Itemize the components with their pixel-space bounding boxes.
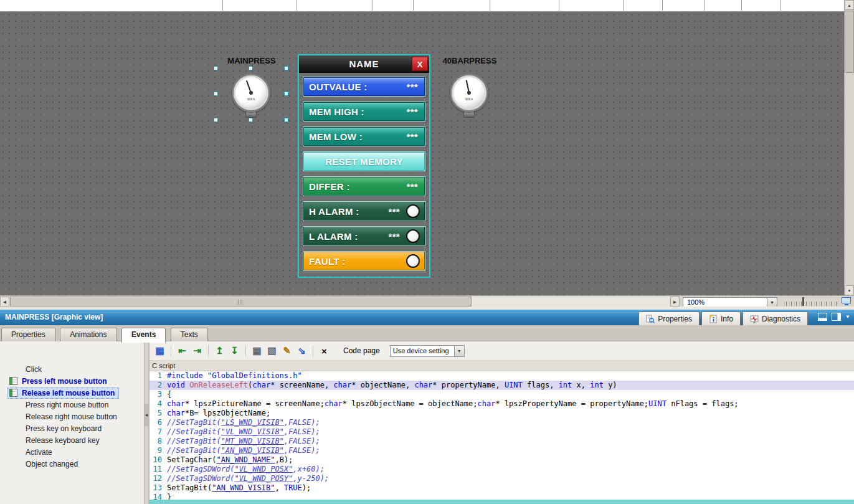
canvas-horizontal-scrollbar[interactable]: ◀ ▶ 100% ▼ bbox=[0, 295, 854, 307]
scroll-up-icon[interactable]: ▲ bbox=[845, 0, 854, 10]
event-item-press-right-mouse-button[interactable]: Press right mouse button bbox=[0, 399, 144, 411]
code-line-text: //SetTagSDWord("VL_WND_POSY",y-250); bbox=[167, 474, 329, 483]
event-item-press-key-on-keyboard[interactable]: Press key on keyboard bbox=[0, 422, 144, 434]
dock-panel-icon[interactable] bbox=[818, 313, 827, 321]
zoom-slider[interactable] bbox=[786, 298, 837, 306]
code-line[interactable]: 9//SetTagBit("AN_WND_VISIB",FALSE); bbox=[149, 446, 854, 455]
code-editor[interactable]: 1#include "GlobalDefinitions.h"2void OnR… bbox=[149, 371, 854, 504]
code-line[interactable]: 5char*B= lpszObjectName; bbox=[149, 409, 854, 418]
code-line-text: SetTagBit("AN_WND_VISIB", TRUE); bbox=[167, 483, 311, 493]
selection-handle[interactable] bbox=[214, 92, 218, 96]
table-icon[interactable]: ▦ bbox=[250, 345, 263, 358]
event-item-press-left-mouse-button[interactable]: Press left mouse button bbox=[0, 375, 144, 387]
code-line-text: //SetTagBit("AN_WND_VISIB",FALSE); bbox=[167, 446, 320, 455]
editor-titlebar: MAINPRESS [Graphic view] Properties bbox=[0, 310, 854, 325]
popup-titlebar[interactable]: NAME X bbox=[299, 55, 429, 73]
diagnostics-pane-tab[interactable]: Diagnostics bbox=[743, 311, 808, 325]
tab-animations[interactable]: Animations bbox=[60, 328, 116, 341]
code-line[interactable]: 8//SetTagBit("MT_WND_VISIB",FALSE); bbox=[149, 437, 854, 446]
code-line[interactable]: 11//SetTagSDWord("VL_WND_POSX",x+60); bbox=[149, 465, 854, 474]
code-line-text: //SetTagBit("MT_WND_VISIB",FALSE); bbox=[167, 437, 320, 446]
tab-label: Properties bbox=[11, 330, 45, 339]
code-line[interactable]: 6//SetTagBit("LS_WND_VISIB",FALSE); bbox=[149, 418, 854, 427]
rename-icon[interactable]: ✎ bbox=[280, 345, 293, 358]
close-button[interactable]: X bbox=[412, 57, 428, 71]
horizontal-scroll-thumb[interactable] bbox=[10, 297, 472, 307]
script-configured-icon bbox=[9, 377, 17, 385]
event-item-click[interactable]: Click bbox=[0, 363, 144, 375]
accept-script-icon[interactable]: ▦ bbox=[153, 345, 166, 358]
scroll-right-icon[interactable]: ▶ bbox=[670, 297, 680, 307]
delete-icon[interactable]: × bbox=[318, 345, 331, 358]
selection-handle[interactable] bbox=[284, 66, 288, 70]
line-number: 7 bbox=[149, 427, 162, 437]
code-line[interactable]: 4char* lpszPictureName = screenName;char… bbox=[149, 399, 854, 409]
selection-handle[interactable] bbox=[249, 66, 253, 70]
event-item-release-right-mouse-button[interactable]: Release right mouse button bbox=[0, 411, 144, 422]
code-line[interactable]: 13SetTagBit("AN_WND_VISIB", TRUE); bbox=[149, 483, 854, 493]
popup-row-fault: FAULT : bbox=[303, 252, 425, 270]
fit-to-screen-button[interactable] bbox=[841, 297, 852, 307]
event-item-release-left-mouse-button[interactable]: Release left mouse button bbox=[0, 387, 144, 399]
code-line[interactable]: 7//SetTagBit("VL_WND_VISIB",FALSE); bbox=[149, 427, 854, 437]
zoom-dropdown-icon[interactable]: ▼ bbox=[767, 298, 777, 307]
event-item-object-changed[interactable]: Object changed bbox=[0, 458, 144, 470]
script-section-header: C script bbox=[149, 361, 854, 371]
pressure-gauge-40barpress[interactable]: WIKA bbox=[450, 74, 488, 118]
canvas-vertical-scrollbar[interactable]: ▲ ▼ bbox=[844, 0, 854, 295]
selection-handle[interactable] bbox=[214, 66, 218, 70]
chevron-down-icon[interactable]: ▼ bbox=[845, 314, 850, 320]
scroll-track[interactable] bbox=[10, 297, 670, 307]
selection-handle[interactable] bbox=[284, 92, 288, 96]
horizontal-ruler bbox=[0, 0, 844, 12]
selection-handle[interactable] bbox=[214, 118, 218, 122]
code-line[interactable]: 3{ bbox=[149, 390, 854, 399]
vertical-scroll-thumb[interactable] bbox=[845, 11, 854, 73]
gauge-label-mainpress: MAINPRESS bbox=[214, 56, 289, 65]
event-item-activate[interactable]: Activate bbox=[0, 446, 144, 458]
code-editor-bottom-bar bbox=[149, 500, 854, 504]
collapse-panel-button[interactable]: ◀ bbox=[145, 404, 148, 426]
code-line[interactable]: 2void OnReleaseLeft(char* screenName, ch… bbox=[149, 381, 854, 390]
toolbar-separator bbox=[245, 345, 246, 356]
code-line[interactable]: 10SetTagChar("AN_WND_NAME",B); bbox=[149, 455, 854, 465]
popup-row-reset-memory[interactable]: RESET MEMORY bbox=[303, 152, 425, 171]
popup-row-value: *** bbox=[389, 231, 406, 242]
diagnostics-icon bbox=[750, 315, 759, 323]
ruler-tick bbox=[741, 0, 742, 11]
script-section-label: C script bbox=[152, 362, 175, 369]
scroll-left-icon[interactable]: ◀ bbox=[0, 297, 9, 307]
graphic-canvas[interactable]: MAINPRESS 40BARPRESS WIKA WIKA bbox=[0, 12, 844, 295]
tab-events[interactable]: Events bbox=[121, 328, 166, 343]
collapse-panel-icon[interactable] bbox=[832, 313, 841, 321]
event-item-label: Click bbox=[26, 365, 42, 374]
scroll-down-icon[interactable]: ▼ bbox=[845, 285, 854, 295]
properties-pane-tab[interactable]: Properties bbox=[638, 311, 700, 325]
pane-tabs: Properties Info Diagnostics bbox=[638, 311, 808, 325]
export-icon[interactable]: ⇘ bbox=[295, 345, 308, 358]
code-page-select[interactable]: Use device setting ▼ bbox=[390, 345, 465, 357]
edit-table-icon[interactable]: ▧ bbox=[265, 345, 278, 358]
tab-label: Animations bbox=[70, 330, 107, 339]
panel-splitter[interactable]: ◀ bbox=[144, 341, 149, 504]
indent-decrease-icon[interactable]: ⇤ bbox=[176, 345, 189, 358]
faceplate-popup-window[interactable]: NAME X OUTVALUE :***MEM HIGH :***MEM LOW… bbox=[298, 54, 430, 278]
move-line-up-icon[interactable]: ↥ bbox=[213, 345, 226, 358]
selection-handle[interactable] bbox=[249, 118, 253, 122]
code-line[interactable]: 1#include "GlobalDefinitions.h" bbox=[149, 371, 854, 381]
tab-texts[interactable]: Texts bbox=[171, 328, 208, 341]
tab-properties[interactable]: Properties bbox=[1, 328, 55, 341]
dropdown-arrow-icon[interactable]: ▼ bbox=[454, 346, 464, 356]
indent-increase-icon[interactable]: ⇥ bbox=[191, 345, 204, 358]
panel-window-controls: ▼ bbox=[818, 313, 850, 321]
code-line[interactable]: 12//SetTagSDWord("VL_WND_POSY",y-250); bbox=[149, 474, 854, 483]
event-item-release-keyboard-key[interactable]: Release keyboard key bbox=[0, 434, 144, 446]
info-pane-tab[interactable]: Info bbox=[701, 311, 741, 325]
event-item-label: Press left mouse button bbox=[22, 377, 107, 386]
move-line-down-icon[interactable]: ↧ bbox=[228, 345, 241, 358]
popup-row-label: H ALARM : bbox=[304, 206, 359, 217]
selection-handle[interactable] bbox=[284, 118, 288, 122]
wincc-graphic-editor: MAINPRESS 40BARPRESS WIKA WIKA bbox=[0, 0, 854, 504]
line-number: 12 bbox=[149, 474, 162, 483]
zoom-slider-handle[interactable] bbox=[802, 297, 804, 306]
